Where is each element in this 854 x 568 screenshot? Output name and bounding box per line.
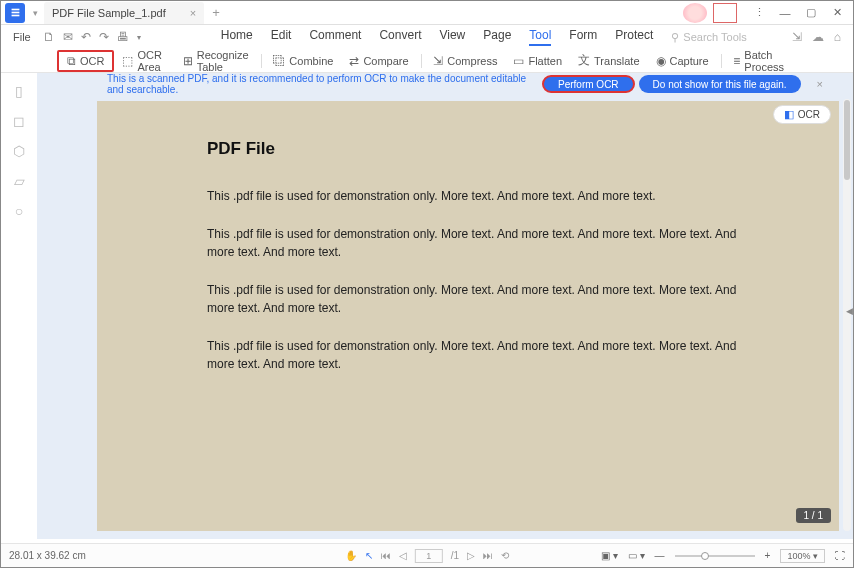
search-placeholder: Search Tools [683,31,746,43]
table-icon: ⊞ [183,54,193,68]
document-page[interactable]: PDF File This .pdf file is used for demo… [97,101,839,531]
bookmarks-icon[interactable]: ◻ [13,113,25,129]
prev-page-icon[interactable]: ◁ [399,550,407,561]
combine-button[interactable]: ⿻Combine [265,52,341,70]
scroll-thumb[interactable] [844,100,850,180]
main-tabs: Home Edit Comment Convert View Page Tool… [221,28,654,46]
search-tools[interactable]: ⚲ Search Tools [671,31,746,44]
doc-paragraph: This .pdf file is used for demonstration… [207,225,739,261]
compress-button[interactable]: ⇲Compress [425,52,505,70]
perform-ocr-button[interactable]: Perform OCR [542,75,635,93]
zoom-value[interactable]: 100% ▾ [780,549,825,563]
cloud-icon[interactable]: ☁ [812,30,824,44]
share-icon[interactable]: ⇲ [792,30,802,44]
compare-button[interactable]: ⇄Compare [341,52,416,70]
tab-convert[interactable]: Convert [379,28,421,46]
maximize-button[interactable]: ▢ [799,3,823,23]
zoom-in-icon[interactable]: + [765,550,771,561]
tool-toolbar: ⧉OCR ⬚OCR Area ⊞Recognize Table ⿻Combine… [1,49,853,73]
ocr-chip[interactable]: ◧OCR [773,105,831,124]
hand-tool-icon[interactable]: ✋ [345,550,357,561]
last-page-icon[interactable]: ⏭ [483,550,493,561]
batch-icon: ≡ [733,54,740,68]
page-counter: 1 / 1 [796,508,831,523]
search-icon: ⚲ [671,31,679,44]
tab-edit[interactable]: Edit [271,28,292,46]
close-banner-icon[interactable]: × [809,78,831,90]
flatten-icon: ▭ [513,54,524,68]
combine-icon: ⿻ [273,54,285,68]
translate-icon: 文 [578,52,590,69]
document-tab[interactable]: PDF File Sample_1.pdf × [44,2,204,24]
mail-icon[interactable]: ✉ [63,30,73,44]
doc-paragraph: This .pdf file is used for demonstration… [207,337,739,373]
collapse-right-icon[interactable]: ◀ [846,306,853,316]
tab-view[interactable]: View [439,28,465,46]
ocr-chip-icon: ◧ [784,108,794,121]
view-mode-icon[interactable]: ▣ ▾ [601,550,618,561]
banner-message: This is a scanned PDF, and it is recomme… [47,73,542,95]
layers-icon[interactable]: ▱ [14,173,25,189]
doc-heading: PDF File [207,139,739,159]
more-icon[interactable]: ⋮ [747,3,771,23]
status-bar: 28.01 x 39.62 cm ✋ ↖ ⏮ ◁ 1 /1 ▷ ⏭ ⟲ ▣ ▾ … [1,543,853,567]
next-page-icon[interactable]: ▷ [467,550,475,561]
slider-thumb[interactable] [701,552,709,560]
tab-comment[interactable]: Comment [309,28,361,46]
separator [421,54,422,68]
ocr-button[interactable]: ⧉OCR [57,50,114,72]
new-tab-button[interactable]: + [212,5,220,20]
fullscreen-icon[interactable]: ⛶ [835,550,845,561]
thumbnails-icon[interactable]: ▯ [15,83,23,99]
tab-label: PDF File Sample_1.pdf [52,7,166,19]
tab-tool[interactable]: Tool [529,28,551,46]
close-tab-icon[interactable]: × [190,7,196,19]
comments-icon[interactable]: ○ [15,203,23,219]
print-icon[interactable]: 🖶 [117,30,129,44]
page-input[interactable]: 1 [415,549,443,563]
first-page-icon[interactable]: ⏮ [381,550,391,561]
tab-page[interactable]: Page [483,28,511,46]
undo-icon[interactable]: ↶ [81,30,91,44]
record-icon[interactable] [683,3,707,23]
qat-dropdown-icon[interactable]: ▾ [137,33,141,42]
capture-button[interactable]: ◉Capture [648,52,717,70]
page-dimensions: 28.01 x 39.62 cm [9,550,86,561]
ocr-area-button[interactable]: ⬚OCR Area [114,47,174,75]
batch-button[interactable]: ≡Batch Process [725,47,797,75]
chevron-down-icon[interactable]: ▾ [33,8,38,18]
close-window-button[interactable]: ✕ [825,3,849,23]
capture-icon: ◉ [656,54,666,68]
recognize-table-button[interactable]: ⊞Recognize Table [175,47,257,75]
page-total: /1 [451,550,459,561]
page-area: This is a scanned PDF, and it is recomme… [37,73,853,539]
rotate-icon[interactable]: ⟲ [501,550,509,561]
ocr-icon: ⧉ [67,54,76,68]
title-bar: ☰ ▾ PDF File Sample_1.pdf × + ⋮ — ▢ ✕ [1,1,853,25]
redo-icon[interactable]: ↷ [99,30,109,44]
notification-icon[interactable] [713,3,737,23]
compress-icon: ⇲ [433,54,443,68]
doc-paragraph: This .pdf file is used for demonstration… [207,281,739,317]
tab-form[interactable]: Form [569,28,597,46]
ocr-area-icon: ⬚ [122,54,133,68]
minimize-button[interactable]: — [773,3,797,23]
zoom-slider[interactable] [675,555,755,557]
zoom-out-icon[interactable]: — [655,550,665,561]
save-icon[interactable]: 🗋 [43,30,55,44]
separator [261,54,262,68]
select-tool-icon[interactable]: ↖ [365,550,373,561]
translate-button[interactable]: 文Translate [570,50,647,71]
home-icon[interactable]: ⌂ [834,30,841,44]
flatten-button[interactable]: ▭Flatten [505,52,570,70]
file-menu[interactable]: File [5,31,39,43]
tab-home[interactable]: Home [221,28,253,46]
read-mode-icon[interactable]: ▭ ▾ [628,550,645,561]
doc-paragraph: This .pdf file is used for demonstration… [207,187,739,205]
dismiss-banner-button[interactable]: Do not show for this file again. [639,75,801,93]
left-sidebar: ▯ ◻ ⬡ ▱ ○ [1,73,37,539]
tab-protect[interactable]: Protect [615,28,653,46]
separator [721,54,722,68]
ocr-banner: This is a scanned PDF, and it is recomme… [37,73,841,95]
attachments-icon[interactable]: ⬡ [13,143,25,159]
